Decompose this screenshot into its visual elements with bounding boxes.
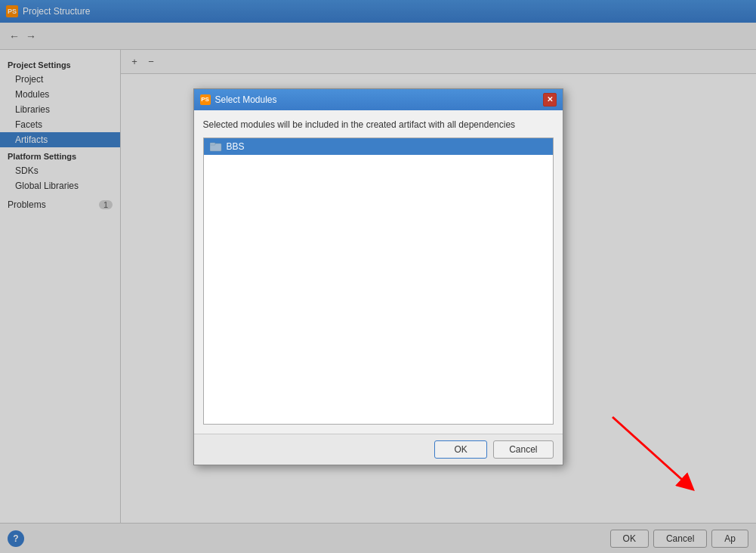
svg-rect-1	[210, 143, 215, 145]
dialog-description: Selected modules will be included in the…	[203, 119, 554, 130]
select-modules-dialog: PS Select Modules ✕ Selected modules wil…	[193, 88, 563, 465]
svg-line-3	[613, 417, 688, 485]
dialog-close-button[interactable]: ✕	[543, 93, 557, 107]
module-label-bbs: BBS	[227, 141, 245, 152]
folder-icon	[210, 141, 222, 152]
dialog-title-text: Select Modules	[215, 94, 277, 105]
dialog-title-left: PS Select Modules	[200, 94, 277, 105]
dialog-footer: OK Cancel	[194, 434, 563, 465]
module-item-bbs[interactable]: BBS	[204, 138, 553, 155]
dialog-body: Selected modules will be included in the…	[194, 110, 563, 434]
dialog-overlay: PS Select Modules ✕ Selected modules wil…	[0, 0, 756, 553]
dialog-cancel-button[interactable]: Cancel	[493, 440, 553, 459]
dialog-icon: PS	[200, 94, 211, 105]
dialog-title-bar: PS Select Modules ✕	[194, 89, 563, 110]
module-list: BBS	[203, 137, 554, 425]
dialog-ok-button[interactable]: OK	[434, 440, 487, 459]
annotation-arrow	[605, 409, 726, 500]
